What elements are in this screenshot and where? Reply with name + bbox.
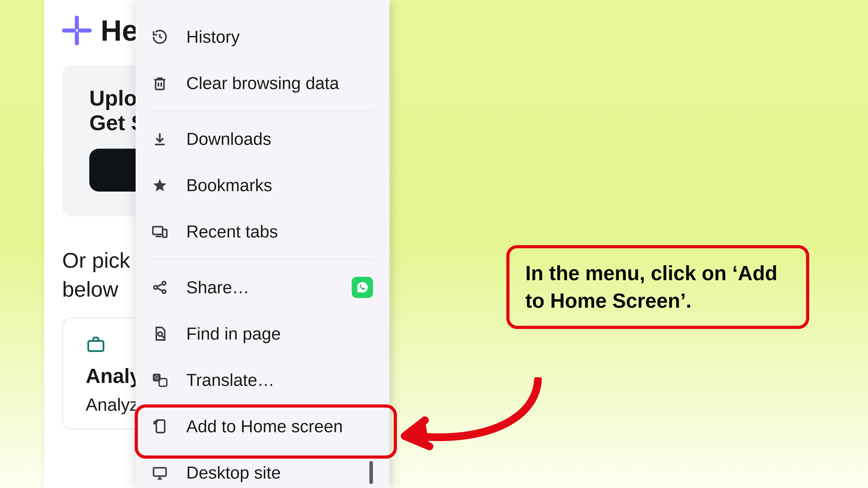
desktop-site-checkbox[interactable] bbox=[369, 463, 373, 482]
menu-item-label: Share… bbox=[186, 278, 334, 297]
svg-rect-0 bbox=[88, 341, 103, 351]
menu-item-history[interactable]: History bbox=[135, 13, 389, 60]
browser-overflow-menu: History Clear browsing data bbox=[135, 0, 389, 488]
menu-item-label: History bbox=[186, 27, 373, 46]
menu-item-find-in-page[interactable]: Find in page bbox=[135, 311, 389, 357]
find-in-page-icon bbox=[151, 325, 168, 342]
pick-line1: Or pick f bbox=[62, 248, 142, 272]
menu-item-label: Translate… bbox=[186, 370, 373, 390]
menu-item-share[interactable]: Share… bbox=[135, 264, 389, 311]
menu-item-desktop-site[interactable]: Desktop site bbox=[135, 449, 389, 488]
menu-item-add-to-home-screen[interactable]: Add to Home screen bbox=[135, 403, 389, 449]
svg-point-7 bbox=[158, 332, 162, 336]
svg-rect-12 bbox=[153, 468, 166, 476]
trash-icon bbox=[151, 75, 168, 92]
menu-list: History Clear browsing data bbox=[135, 0, 389, 488]
menu-item-downloads[interactable]: Downloads bbox=[135, 116, 389, 162]
menu-item-recent-tabs[interactable]: Recent tabs bbox=[135, 208, 389, 255]
app-logo-icon bbox=[62, 16, 92, 45]
menu-item-translate[interactable]: G Translate… bbox=[135, 357, 389, 403]
menu-item-clear-browsing-data[interactable]: Clear browsing data bbox=[135, 60, 389, 106]
share-icon bbox=[151, 279, 168, 296]
menu-item-label: Find in page bbox=[186, 324, 373, 344]
svg-rect-3 bbox=[162, 229, 167, 237]
svg-rect-1 bbox=[156, 79, 164, 89]
add-to-home-icon bbox=[151, 418, 168, 435]
history-icon bbox=[151, 29, 168, 45]
svg-rect-2 bbox=[153, 227, 162, 234]
menu-item-label: Bookmarks bbox=[186, 175, 373, 195]
menu-item-label: Desktop site bbox=[186, 463, 351, 482]
menu-item-label: Add to Home screen bbox=[186, 416, 373, 436]
instruction-text: In the menu, click on ‘Add to Home Scree… bbox=[525, 260, 790, 315]
menu-separator bbox=[151, 111, 373, 111]
menu-item-bookmarks[interactable]: Bookmarks bbox=[135, 162, 389, 208]
whatsapp-icon bbox=[352, 277, 373, 298]
app-title: He bbox=[101, 13, 138, 47]
devices-icon bbox=[151, 223, 168, 240]
download-icon bbox=[151, 131, 168, 147]
pick-line2: below bbox=[62, 277, 118, 301]
menu-separator bbox=[151, 259, 373, 260]
menu-item-label: Recent tabs bbox=[186, 222, 373, 241]
menu-item-label: Downloads bbox=[186, 129, 373, 149]
translate-icon: G bbox=[151, 372, 168, 388]
instruction-callout: In the menu, click on ‘Add to Home Scree… bbox=[506, 245, 809, 329]
briefcase-icon bbox=[86, 351, 106, 355]
svg-text:G: G bbox=[155, 374, 159, 380]
checkbox-unchecked-icon bbox=[369, 461, 373, 484]
svg-point-6 bbox=[162, 290, 166, 293]
svg-point-4 bbox=[154, 286, 157, 289]
desktop-icon bbox=[151, 464, 168, 481]
callout-arrow-icon bbox=[398, 377, 547, 461]
svg-point-5 bbox=[162, 282, 166, 285]
star-icon bbox=[151, 177, 168, 194]
menu-item-label: Clear browsing data bbox=[186, 73, 373, 93]
